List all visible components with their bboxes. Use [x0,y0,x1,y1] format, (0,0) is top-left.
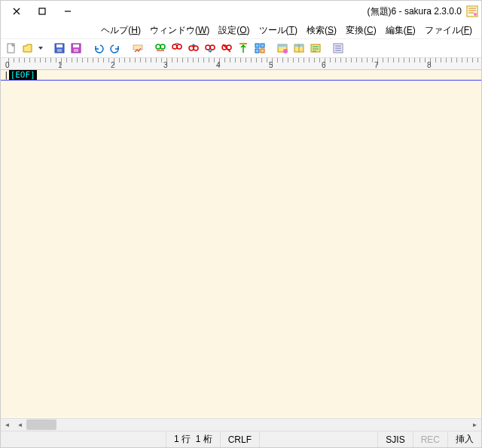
save-all-icon[interactable] [69,41,84,56]
prev-bookmark-icon[interactable] [186,41,201,56]
scroll-left-icon[interactable]: ◄ [1,419,14,431]
editor-line-1: | [EOF] [4,70,37,81]
svg-rect-24 [255,49,259,53]
svg-rect-10 [133,45,142,50]
ruler-number: 3 [163,61,168,69]
ruler: 012345678 [1,58,481,70]
scroll-thumb[interactable] [26,419,56,430]
new-file-icon[interactable] [4,41,19,56]
svg-rect-9 [74,49,78,52]
minimize-button[interactable] [55,2,81,21]
next-bookmark-icon[interactable] [203,41,218,56]
app-icon [466,5,478,17]
svg-rect-21 [239,43,247,44]
window-list-icon[interactable] [275,41,290,56]
svg-point-14 [177,44,182,49]
svg-rect-27 [278,44,287,47]
svg-rect-25 [261,49,264,53]
close-button[interactable] [4,2,29,21]
menu-bar: ヘルプ(H) ウィンドウ(W) 設定(O) ツール(T) 検索(S) 変換(C)… [1,22,481,38]
eof-marker: [EOF] [9,70,37,81]
window-title: (無題)6 - sakura 2.3.0.0 [368,5,462,18]
menu-edit[interactable]: 編集(E) [381,23,420,38]
horizontal-scrollbar[interactable]: ◄ ◄ ► [1,418,481,431]
menu-window[interactable]: ウィンドウ(W) [145,23,214,38]
menu-help[interactable]: ヘルプ(H) [96,23,145,38]
svg-rect-22 [255,44,259,47]
status-encoding: SJIS [378,431,413,447]
svg-point-16 [194,46,198,50]
svg-rect-0 [39,8,45,14]
svg-point-17 [206,45,210,50]
svg-point-12 [160,44,165,49]
menu-search[interactable]: 検索(S) [302,23,341,38]
scroll-left-icon-2[interactable]: ◄ [14,419,26,431]
menu-tools[interactable]: ツール(T) [255,23,302,38]
jump-icon[interactable] [236,41,251,56]
editor-area[interactable]: | [EOF] [1,70,481,417]
status-line: 1 行 1 桁 [166,431,221,447]
ruler-number: 1 [58,61,63,69]
ruler-number: 5 [269,61,273,69]
svg-point-13 [172,44,177,49]
svg-point-18 [210,45,215,50]
compare-icon[interactable] [291,41,307,56]
svg-rect-5 [56,44,63,47]
type-list-icon[interactable] [331,41,346,56]
status-bar: 1 行 1 桁 CRLF SJIS REC 挿入 [1,431,481,447]
menu-file[interactable]: ファイル(F) [420,23,477,38]
title-bar: (無題)6 - sakura 2.3.0.0 [1,1,481,22]
outline-icon[interactable] [252,41,267,56]
svg-point-15 [189,46,194,50]
save-icon[interactable] [52,41,67,56]
ruler-number: 4 [216,61,221,69]
svg-point-28 [283,49,288,53]
ruler-number: 7 [374,61,379,69]
undo-icon[interactable] [91,41,106,56]
svg-point-2 [474,13,477,16]
svg-rect-23 [261,44,264,47]
clear-bookmark-icon[interactable] [219,41,234,56]
caret-underline [1,80,481,81]
maximize-button[interactable] [29,2,55,21]
open-dropdown-icon[interactable] [37,41,44,56]
ruler-number: 2 [111,61,115,69]
diff-icon[interactable] [308,41,323,56]
search-pair-icon[interactable] [153,41,168,56]
svg-rect-8 [73,44,79,47]
status-spacer [260,431,378,447]
scroll-track[interactable] [26,419,468,431]
status-eol: CRLF [221,431,260,447]
ruler-number: 6 [322,61,326,69]
menu-convert[interactable]: 変換(C) [341,23,381,38]
svg-rect-6 [57,49,62,52]
svg-point-11 [156,44,160,49]
status-insert-mode: 挿入 [448,431,481,447]
scroll-right-icon[interactable]: ► [468,419,481,431]
execute-icon[interactable] [130,41,145,56]
ruler-number: 8 [427,61,432,69]
line-bracket: | [4,70,9,81]
menu-settings[interactable]: 設定(O) [214,23,254,38]
status-rec: REC [413,431,448,447]
toolbar [1,38,481,58]
ruler-number: 0 [5,61,10,69]
open-file-icon[interactable] [20,41,35,56]
status-message [1,431,166,447]
window-controls [4,2,81,21]
redo-icon[interactable] [108,41,123,56]
bookmark-icon[interactable] [169,41,185,56]
